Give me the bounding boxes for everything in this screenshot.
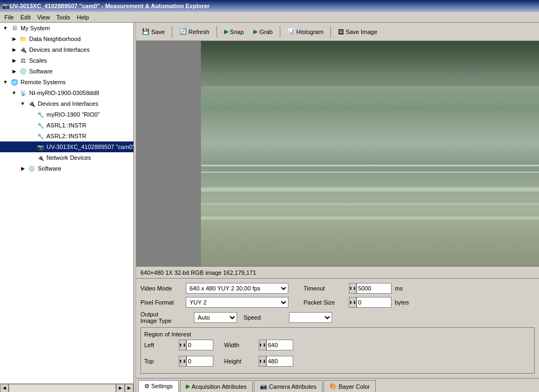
roi-top-value[interactable]: [186, 356, 213, 367]
title-icon: 📷: [2, 3, 10, 10]
roi-left-value[interactable]: [186, 340, 213, 350]
expand-icon-software1[interactable]: ▶: [10, 69, 18, 74]
status-text: 640×480 1X 32-bit RGB image 162,179,171: [140, 269, 256, 276]
video-mode-row: Video Mode 640 x 480 YUY 2 30.00 fps320 …: [140, 283, 535, 294]
output-image-label: OutputImage Type: [140, 311, 192, 324]
timeout-spin-btn[interactable]: ⬆⬇: [349, 283, 356, 294]
pixel-format-select[interactable]: YUY 2RGB24MONO8: [186, 297, 288, 308]
sidebar-label-software-2: Software: [38, 165, 61, 172]
timeout-unit: ms: [395, 285, 403, 292]
sidebar-label-asrl1: ASRL1::INSTR: [46, 122, 86, 129]
roi-left-label: Left: [144, 342, 177, 348]
sidebar-item-uv-camera[interactable]: ▶ 📷 UV-3013XC_4102889507 "cam0": [0, 141, 133, 152]
settings-panel: Video Mode 640 x 480 YUY 2 30.00 fps320 …: [136, 278, 539, 378]
tab-acquisition[interactable]: ▶ Acquisition Attributes: [180, 380, 253, 392]
output-image-row: OutputImage Type Auto U8 U16 RGB32 Speed: [140, 311, 535, 324]
sidebar-item-software-1[interactable]: ▶ 💿 Software: [0, 66, 133, 77]
menu-view[interactable]: View: [34, 13, 53, 22]
speed-select[interactable]: [289, 312, 332, 323]
expand-icon-ni-myrio[interactable]: ▼: [10, 90, 18, 96]
refresh-button[interactable]: 🔄 Refresh: [176, 25, 213, 39]
grab-button[interactable]: ▶ Grab: [250, 25, 276, 39]
histogram-button[interactable]: 📊 Histogram: [284, 25, 327, 39]
packet-size-label: Packet Size: [304, 299, 347, 306]
roi-height-spin-btn[interactable]: ⬆⬇: [259, 356, 266, 367]
tab-bayer[interactable]: 🎨 Bayer Color: [324, 380, 376, 392]
sidebar-item-network-devices[interactable]: ▶ 🔌 Network Devices: [0, 152, 133, 163]
settings-tab-icon: ⚙: [144, 383, 150, 390]
sidebar-label-software-1: Software: [29, 68, 52, 75]
expand-icon-remote[interactable]: ▼: [1, 79, 10, 85]
roi-height-spinner: ⬆⬇: [259, 356, 293, 367]
roi-height-row: Height ⬆⬇: [224, 356, 293, 367]
sidebar-item-asrl1[interactable]: ▶ 🔧 ASRL1::INSTR: [0, 120, 133, 131]
sidebar-item-myrio-1900[interactable]: ▶ 🔧 myRIO-1900 "RIO0": [0, 109, 133, 120]
sidebar-item-data-neighborhood[interactable]: ▶ 📁 Data Neighborhood: [0, 33, 133, 44]
tab-settings[interactable]: ⚙ Settings: [138, 380, 179, 392]
expand-icon-devices1[interactable]: ▶: [10, 47, 18, 52]
expand-icon-scales[interactable]: ▶: [10, 58, 18, 63]
sidebar-scrollbar[interactable]: ◀ ▶ ▶: [0, 383, 133, 392]
sidebar-item-devices-interfaces-1[interactable]: ▶ 🔌 Devices and Interfaces: [0, 44, 133, 55]
sidebar-item-software-2[interactable]: ▶ 💿 Software: [0, 163, 133, 174]
roi-height-value[interactable]: [266, 356, 293, 367]
save-image-button[interactable]: 🖼 Save Image: [334, 25, 381, 39]
roi-width-spin-btn[interactable]: ⬆⬇: [259, 340, 266, 350]
scroll-track[interactable]: [9, 384, 116, 393]
sidebar-item-asrl2[interactable]: ▶ 🔧 ASRL2::INSTR: [0, 131, 133, 141]
folder-icon: 📁: [18, 35, 28, 43]
expand-sidebar[interactable]: ▶: [125, 384, 133, 393]
roi-top-spinner: ⬆⬇: [179, 356, 213, 367]
pixel-format-label: Pixel Format: [140, 299, 184, 306]
asrl1-icon: 🔧: [36, 121, 45, 130]
menu-edit[interactable]: Edit: [17, 13, 34, 22]
toolbar: 💾 Save 🔄 Refresh ▶ Snap ▶ Grab 📊 Histogr…: [136, 23, 539, 41]
timeout-value[interactable]: [356, 283, 392, 294]
tab-camera[interactable]: 📷 Camera Attributes: [254, 380, 322, 392]
expand-icon[interactable]: ▼: [1, 25, 10, 31]
roi-width-spinner: ⬆⬇: [259, 340, 293, 350]
sidebar-label-data-neighborhood: Data Neighborhood: [29, 36, 80, 42]
myrio-icon: 🔧: [36, 110, 45, 119]
ni-myrio-icon: 📡: [18, 89, 28, 97]
expand-icon-devices2[interactable]: ▼: [18, 101, 27, 106]
status-bar: 640×480 1X 32-bit RGB image 162,179,171: [136, 266, 539, 278]
artifact-5: [201, 217, 539, 220]
content-area: 💾 Save 🔄 Refresh ▶ Snap ▶ Grab 📊 Histogr…: [136, 23, 539, 392]
output-image-select[interactable]: Auto U8 U16 RGB32: [194, 312, 237, 323]
packet-size-spin-btn[interactable]: ⬆⬇: [349, 297, 356, 308]
menu-help[interactable]: Help: [73, 13, 92, 22]
scroll-left[interactable]: ◀: [0, 384, 9, 393]
image-top-shadow: [201, 41, 539, 86]
sidebar-item-remote-systems[interactable]: ▼ 🌐 Remote Systems: [0, 77, 133, 87]
title-text: UV-3013XC_4102889507 "cam0" - Measuremen…: [10, 3, 210, 9]
roi-width-value[interactable]: [266, 340, 293, 350]
separator-4: [331, 26, 331, 38]
bottom-tabs: ⚙ Settings ▶ Acquisition Attributes 📷 Ca…: [136, 378, 539, 392]
expand-icon-data[interactable]: ▶: [10, 36, 18, 42]
sidebar-label-my-system: My System: [21, 25, 50, 31]
sidebar-item-ni-myrio[interactable]: ▼ 📡 NI-myRIO-1900-03058dd8: [0, 87, 133, 98]
expand-icon-software2[interactable]: ▶: [18, 166, 27, 171]
roi-left-spin-btn[interactable]: ⬆⬇: [179, 340, 186, 350]
timeout-label: Timeout: [304, 285, 347, 292]
sidebar-item-devices-interfaces-2[interactable]: ▼ 🔌 Devices and Interfaces: [0, 98, 133, 109]
video-mode-select[interactable]: 640 x 480 YUY 2 30.00 fps320 x 240 YUY 2…: [186, 283, 288, 294]
scroll-right[interactable]: ▶: [116, 384, 125, 393]
histogram-icon: 📊: [287, 28, 295, 35]
roi-width-height: Width ⬆⬇ Height ⬆⬇: [224, 340, 293, 370]
computer-icon: 🖥: [10, 24, 19, 32]
sidebar-item-my-system[interactable]: ▼ 🖥 My System: [0, 23, 133, 33]
remote-icon: 🌐: [10, 78, 19, 86]
roi-top-label: Top: [144, 358, 177, 364]
packet-size-value[interactable]: [356, 297, 392, 308]
snap-button[interactable]: ▶ Snap: [220, 25, 248, 39]
network-icon: 🔌: [36, 153, 45, 162]
menu-tools[interactable]: Tools: [53, 13, 73, 22]
snap-icon: ▶: [224, 28, 228, 35]
save-icon: 💾: [142, 28, 150, 35]
roi-top-spin-btn[interactable]: ⬆⬇: [179, 356, 186, 367]
menu-file[interactable]: File: [1, 13, 17, 22]
save-button[interactable]: 💾 Save: [138, 25, 169, 39]
sidebar-item-scales[interactable]: ▶ ⚖ Scales: [0, 55, 133, 66]
